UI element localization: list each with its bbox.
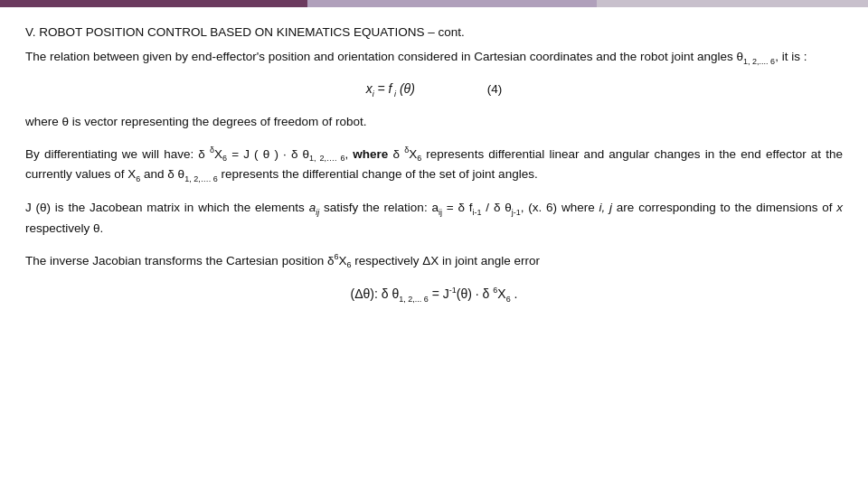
where-word: where [25, 115, 59, 128]
intro-paragraph: The relation between given by end-effect… [25, 48, 843, 69]
equation-formula: xi = f i (θ) [366, 80, 415, 101]
jacobean-paragraph: J (θ) is the Jacobean matrix in which th… [25, 199, 843, 239]
top-bar-right [597, 0, 868, 7]
equation-block: xi = f i (θ) (4) [25, 80, 843, 101]
equation-number: (4) [487, 80, 503, 99]
main-content: V. ROBOT POSITION CONTROL BASED ON KINEM… [0, 7, 868, 314]
inverse-jacobian-paragraph: The inverse Jacobian transforms the Cart… [25, 251, 843, 272]
where-line: where θ is vector representing the degre… [25, 113, 843, 132]
top-bar-left [0, 0, 307, 7]
final-equation: (Δθ): δ θ1, 2,... 6 = J-1(θ) · δ 6X6 . [25, 285, 843, 306]
differentiation-paragraph: By differentiating we will have: δ δX6 =… [25, 145, 843, 186]
top-bar [0, 0, 868, 7]
section-title: V. ROBOT POSITION CONTROL BASED ON KINEM… [25, 23, 843, 42]
top-bar-mid [307, 0, 597, 7]
